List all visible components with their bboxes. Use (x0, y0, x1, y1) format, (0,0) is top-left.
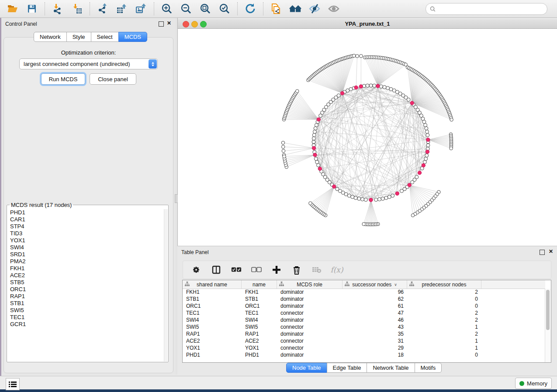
selected-graph-node[interactable] (395, 192, 399, 195)
graph-node[interactable] (386, 86, 390, 90)
selected-graph-node[interactable] (426, 138, 430, 141)
show-all-icon[interactable] (328, 3, 340, 15)
selected-graph-node[interactable] (359, 85, 363, 88)
graph-node[interactable] (349, 87, 353, 91)
settings-gear-icon[interactable] (191, 265, 201, 275)
delete-columns-icon[interactable] (291, 265, 302, 275)
graph-node[interactable] (381, 197, 384, 200)
tab-style[interactable]: Style (66, 32, 91, 42)
refresh-view-icon[interactable] (244, 3, 256, 15)
selected-graph-node[interactable] (354, 86, 358, 89)
select-all-columns-icon[interactable] (231, 265, 242, 275)
graph-node[interactable] (366, 84, 369, 87)
selected-graph-node[interactable] (410, 101, 414, 105)
graph-leaf-node[interactable] (450, 118, 453, 121)
graph-leaf-node[interactable] (450, 147, 453, 150)
toggle-column-view-icon[interactable] (211, 265, 221, 275)
network-window-titlebar[interactable]: YPA_prune.txt_1 (178, 19, 557, 29)
graph-node[interactable] (313, 130, 317, 134)
tab-select[interactable]: Select (91, 32, 119, 42)
network-canvas[interactable] (178, 29, 557, 246)
table-row[interactable]: SWI5SWI5connector431 (183, 323, 545, 330)
graph-leaf-node[interactable] (281, 141, 285, 144)
graph-node[interactable] (337, 94, 340, 97)
table-row[interactable]: ACE2ACE2connector311 (183, 337, 545, 344)
table-scrollbar-thumb[interactable] (546, 290, 550, 330)
graph-node[interactable] (315, 124, 318, 127)
graph-node[interactable] (312, 137, 315, 140)
graph-node[interactable] (424, 157, 428, 161)
table-tab-edge-table[interactable]: Edge Table (327, 363, 367, 373)
mcds-node-item[interactable]: GCR1 (7, 321, 164, 328)
graph-node[interactable] (424, 124, 427, 127)
run-mcds-button[interactable]: Run MCDS (41, 73, 85, 85)
mcds-node-item[interactable]: SWI4 (7, 244, 164, 251)
selected-graph-node[interactable] (340, 91, 344, 95)
import-network-icon[interactable] (52, 3, 64, 15)
memory-button[interactable]: Memory (515, 378, 552, 389)
graph-leaf-node[interactable] (309, 202, 312, 205)
selected-graph-node[interactable] (418, 171, 421, 175)
close-panel-icon[interactable]: ✕ (167, 20, 171, 26)
selected-graph-node[interactable] (426, 150, 429, 154)
export-image-icon[interactable] (135, 3, 147, 15)
selected-graph-node[interactable] (408, 183, 411, 187)
graph-node[interactable] (426, 144, 430, 147)
mcds-node-item[interactable]: PHD1 (7, 209, 164, 216)
graph-node[interactable] (312, 140, 315, 144)
graph-node[interactable] (369, 84, 373, 87)
graph-node[interactable] (314, 157, 318, 161)
mcds-node-item[interactable]: ACE2 (7, 272, 164, 279)
tab-mcds[interactable]: MCDS (118, 32, 147, 42)
graph-node[interactable] (384, 196, 388, 199)
hide-selected-icon[interactable] (308, 3, 321, 15)
table-row[interactable]: TEC1TEC1connector472 (183, 309, 545, 316)
mcds-result-list[interactable]: PHD1CAR1STP4TID3YOX1SWI4SRD1PMA2FKH1ACE2… (7, 209, 164, 361)
graph-node[interactable] (422, 120, 426, 124)
table-tab-network-table[interactable]: Network Table (367, 363, 415, 373)
zoom-selected-icon[interactable] (218, 3, 231, 15)
graph-node[interactable] (364, 198, 367, 202)
graph-leaf-node[interactable] (362, 223, 366, 226)
graph-node[interactable] (312, 133, 316, 137)
mcds-node-item[interactable]: FKH1 (7, 265, 164, 272)
mcds-node-item[interactable]: STB1 (7, 300, 164, 307)
table-row[interactable]: STB1STB1dominator620 (183, 296, 545, 303)
graph-node[interactable] (425, 127, 428, 130)
mcds-node-item[interactable]: STP4 (7, 223, 164, 230)
graph-node[interactable] (378, 198, 381, 201)
graph-leaf-node[interactable] (282, 149, 285, 153)
table-row[interactable]: ORC1ORC1dominator610 (183, 303, 545, 309)
selected-graph-node[interactable] (332, 185, 336, 188)
column-header-name[interactable]: name (242, 280, 277, 289)
table-row[interactable]: PHD1PHD1dominator180 (183, 351, 545, 358)
column-header-shared-name[interactable]: shared name (183, 280, 242, 289)
float-table-panel-icon[interactable] (540, 250, 545, 255)
mcds-node-item[interactable]: RAP1 (7, 293, 164, 300)
selected-graph-node[interactable] (313, 153, 317, 157)
graph-node[interactable] (407, 98, 410, 101)
graph-node[interactable] (336, 187, 339, 191)
graph-node[interactable] (346, 89, 349, 92)
mcds-list-scrollbar[interactable] (164, 209, 168, 361)
graph-node[interactable] (426, 130, 429, 134)
zoom-out-icon[interactable] (180, 3, 192, 15)
add-column-icon[interactable] (271, 265, 282, 275)
graph-node[interactable] (387, 195, 391, 199)
graph-node[interactable] (373, 84, 376, 87)
selected-graph-node[interactable] (318, 167, 322, 170)
graph-leaf-node[interactable] (411, 214, 415, 217)
column-header-successor-nodes[interactable]: successor nodes∨ (343, 280, 407, 289)
mcds-node-item[interactable]: SRD1 (7, 251, 164, 258)
network-graph[interactable] (178, 29, 557, 246)
zoom-fit-icon[interactable] (199, 3, 211, 15)
graph-node[interactable] (354, 196, 357, 199)
selected-graph-node[interactable] (317, 118, 320, 121)
export-network-icon[interactable] (97, 3, 109, 15)
graph-node[interactable] (379, 85, 383, 88)
mcds-node-item[interactable]: TEC1 (7, 314, 164, 321)
tab-network[interactable]: Network (34, 32, 67, 42)
close-table-panel-icon[interactable]: ✕ (549, 248, 553, 254)
graph-node[interactable] (361, 198, 364, 201)
table-row[interactable]: YOX1YOX1connector291 (183, 344, 545, 351)
